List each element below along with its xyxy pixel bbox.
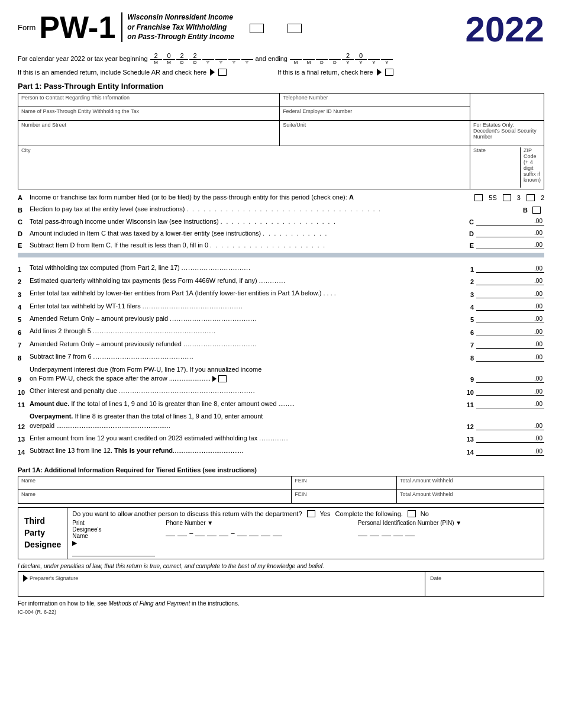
part1-title: Part 1: Pass-Through Entity Information [18, 82, 544, 91]
form-title-block: Form PW-1 Wisconsin Nonresident Income o… [18, 12, 302, 43]
line-13-ref: 13 [461, 436, 474, 443]
line-e: E Subtract Item D from Item C. If the re… [18, 241, 544, 249]
third-party-content: Do you want to allow another person to d… [67, 508, 544, 559]
line-13-amount: .00 [476, 442, 544, 443]
final-checkbox[interactable] [385, 69, 393, 76]
line-8-desc: Subtract line 7 from 6 .................… [30, 352, 458, 361]
declaration-text: I declare, under penalties of law, that … [18, 563, 544, 569]
line-6-amount: .00 [476, 335, 544, 336]
line-9-amount: .00 [476, 382, 544, 383]
no-checkbox[interactable] [408, 510, 416, 517]
line-10: 10 Other interest and penalty due ......… [18, 386, 544, 395]
line-d-number: D [18, 230, 27, 237]
amended-arrow-icon [210, 69, 215, 76]
line-9-number: 9 [18, 376, 27, 383]
line-1-number: 1 [18, 266, 27, 273]
line-7-number: 7 [18, 342, 27, 349]
line-3-desc: Enter total tax withheld by lower-tier e… [30, 289, 458, 298]
line-1-ref: 1 [461, 266, 474, 273]
line-14: 14 Subtract line 13 from line 12. This i… [18, 446, 544, 455]
line-9-ref: 9 [461, 376, 474, 383]
line-9-desc: Underpayment interest due (from Form PW-… [30, 365, 458, 384]
line-4-ref: 4 [461, 304, 474, 311]
line-12-ref: 12 [461, 423, 474, 430]
third-party-inner: Third Party Designee Do you want to allo… [18, 508, 544, 559]
start-date: 2M 0M 2D 2D Y Y Y Y [150, 52, 253, 65]
line-2-amount: .00 [476, 284, 544, 285]
line-11-number: 11 [18, 401, 27, 408]
line-d: D Amount included in Item C that was tax… [18, 229, 544, 237]
phone-number-field: Phone Number ▼ – – [166, 520, 347, 536]
line-9: 9 Underpayment interest due (from Form P… [18, 365, 544, 384]
line-5-number: 5 [18, 316, 27, 323]
line-e-ref: E [463, 242, 474, 249]
part1-info-table: Person to Contact Regarding This Informa… [18, 93, 544, 189]
line-5: 5 Amended Return Only – amount previousl… [18, 314, 544, 323]
footer-note: For information on how to file, see Meth… [18, 600, 544, 607]
line-1-desc: Total withholding tax computed (from Par… [30, 263, 458, 272]
line-c-ref: C [463, 218, 474, 226]
line-5-ref: 5 [461, 316, 474, 323]
line-13: 13 Enter amount from line 12 you want cr… [18, 434, 544, 443]
line-5-amount: .00 [476, 322, 544, 323]
line-7-amount: .00 [476, 347, 544, 349]
shaded-separator [18, 253, 544, 257]
line-10-desc: Other interest and penalty due .........… [30, 386, 458, 395]
line-2-desc: Estimated quarterly withholding tax paym… [30, 276, 458, 285]
signature-inner: Preparer's Signature Date [18, 572, 544, 596]
third-party-question-row: Do you want to allow another person to d… [72, 510, 539, 517]
line-13-number: 13 [18, 436, 27, 443]
line-b-number: B [18, 207, 27, 214]
line-d-amount: .00 [476, 236, 544, 237]
line-2-ref: 2 [461, 278, 474, 285]
line-5-desc: Amended Return Only – amount previously … [30, 314, 458, 323]
line-7: 7 Amended Return Only – amount previousl… [18, 340, 544, 349]
line-12-amount: .00 [476, 429, 544, 430]
page-header: Form PW-1 Wisconsin Nonresident Income o… [18, 12, 544, 47]
line-2: 2 Estimated quarterly withholding tax pa… [18, 276, 544, 285]
line-e-number: E [18, 242, 27, 249]
line-14-number: 14 [18, 449, 27, 456]
line-a-number: A [18, 194, 27, 201]
amended-final-row: If this is an amended return, include Sc… [18, 69, 544, 76]
third-party-section: Third Party Designee Do you want to allo… [18, 507, 544, 559]
form-number: PW-1 [39, 12, 115, 43]
line-e-desc: Subtract Item D from Item C. If the resu… [30, 241, 461, 249]
line-b-desc: Election to pay tax at the entity level … [30, 205, 515, 213]
line-d-desc: Amount included in Item C that was taxed… [30, 229, 461, 237]
part1a-title: Part 1A: Additional Information Required… [18, 466, 544, 473]
form-subtitle: Wisconsin Nonresident Income or Franchis… [127, 12, 234, 42]
line-c-desc: Total pass-through income under Wisconsi… [30, 217, 461, 226]
line-10-ref: 10 [461, 389, 474, 396]
lines-abcde-section: A Income or franchise tax form number fi… [18, 193, 544, 249]
line-8-amount: .00 [476, 360, 544, 362]
preparer-sig-field: Preparer's Signature [18, 572, 425, 596]
line-d-ref: D [463, 230, 474, 237]
line-4-number: 4 [18, 304, 27, 311]
yes-checkbox[interactable] [307, 510, 315, 517]
line-a-3-checkbox[interactable] [503, 194, 511, 201]
line-7-desc: Amended Return Only – amount previously … [30, 340, 458, 349]
line-11-ref: 11 [461, 401, 474, 408]
line-1-amount: .00 [476, 272, 544, 273]
pin-field: Personal Identification Number (PIN) ▼ [358, 520, 539, 536]
line-c: C Total pass-through income under Wiscon… [18, 217, 544, 226]
line-11-desc: Amount due. If the total of lines 1, 9 a… [30, 400, 458, 408]
line-a-2-checkbox[interactable] [527, 194, 535, 201]
line-10-amount: .00 [476, 395, 544, 396]
part1a-section: Part 1A: Additional Information Required… [18, 466, 544, 504]
amended-checkbox[interactable] [218, 69, 227, 76]
line-10-number: 10 [18, 389, 27, 396]
line-7-ref: 7 [461, 342, 474, 349]
line-8: 8 Subtract line 7 from 6 ...............… [18, 352, 544, 361]
line-14-desc: Subtract line 13 from line 12. This is y… [30, 446, 458, 455]
designee-name-field: Print Designee's Name ▶ [72, 520, 155, 556]
final-arrow-icon [377, 69, 382, 76]
line-a-desc: Income or franchise tax form number file… [30, 193, 467, 201]
line-a: A Income or franchise tax form number fi… [18, 193, 544, 201]
line-a-5s-checkbox[interactable] [474, 194, 483, 201]
line-b-ref: B [517, 207, 528, 214]
line-c-number: C [18, 218, 27, 226]
line-b-checkbox[interactable] [532, 207, 541, 214]
line-13-desc: Enter amount from line 12 you want credi… [30, 434, 458, 443]
